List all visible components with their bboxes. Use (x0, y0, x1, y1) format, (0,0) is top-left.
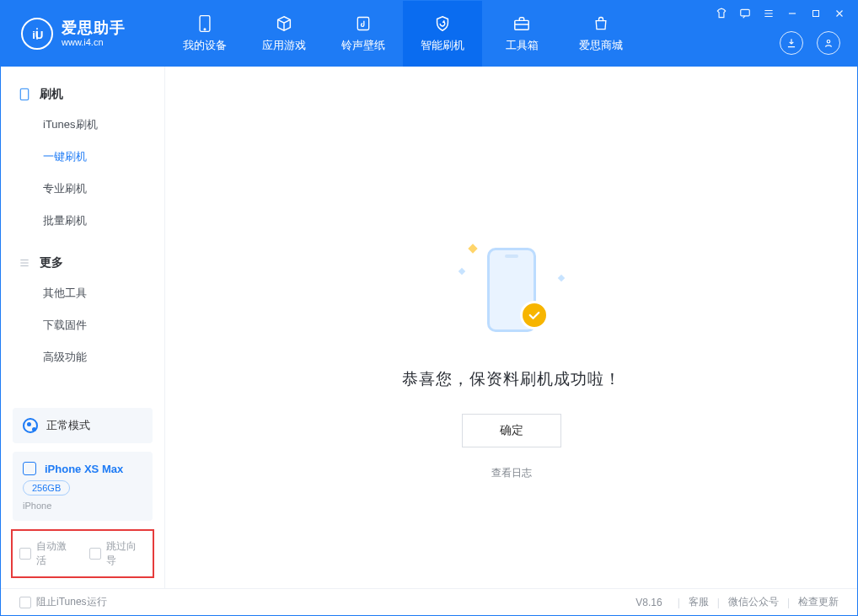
skin-icon[interactable] (716, 8, 727, 19)
footer-link-wechat[interactable]: 微信公众号 (728, 595, 779, 609)
option-auto-activate[interactable]: 自动激活 (19, 539, 76, 568)
sparkle-icon (458, 268, 464, 275)
sidebar-group-more: 更多 (1, 249, 164, 277)
shopping-bag-icon (592, 14, 610, 33)
sidebar-item-download-firmware[interactable]: 下载固件 (1, 309, 164, 341)
svg-point-7 (827, 40, 830, 44)
device-outline-icon (18, 88, 31, 101)
main-content: 恭喜您，保资料刷机成功啦！ 确定 查看日志 (165, 67, 857, 588)
checkbox-icon (89, 548, 101, 560)
svg-rect-6 (813, 11, 819, 17)
music-file-icon (354, 14, 373, 33)
sidebar-group-title: 更多 (40, 255, 63, 271)
option-label: 自动激活 (36, 539, 76, 568)
app-title: 爱思助手 (62, 19, 126, 37)
toolbox-icon (512, 14, 531, 33)
sidebar: 刷机 iTunes刷机 一键刷机 专业刷机 批量刷机 更多 其他工具 下载固件 … (1, 67, 165, 588)
sparkle-icon (468, 244, 477, 253)
svg-point-2 (204, 29, 206, 30)
user-icon[interactable] (817, 31, 840, 55)
tab-toolbox[interactable]: 工具箱 (482, 1, 561, 67)
sidebar-item-itunes-flash[interactable]: iTunes刷机 (1, 109, 164, 141)
success-message: 恭喜您，保资料刷机成功啦！ (402, 368, 621, 390)
option-label: 跳过向导 (106, 539, 146, 568)
option-skip-guide[interactable]: 跳过向导 (89, 539, 146, 568)
close-icon[interactable] (834, 8, 845, 19)
sidebar-group-title: 刷机 (40, 87, 63, 102)
device-name: iPhone XS Max (45, 463, 123, 475)
tab-smart-flash[interactable]: 智能刷机 (403, 1, 482, 67)
success-illustration (444, 235, 579, 345)
tab-ringtones-wallpapers[interactable]: 铃声壁纸 (324, 1, 403, 67)
footer: 阻止iTunes运行 V8.16 | 客服 | 微信公众号 | 检查更新 (1, 588, 857, 615)
logo-area: iU 爱思助手 www.i4.cn (1, 1, 165, 67)
device-type: iPhone (23, 501, 142, 511)
phone-icon (196, 14, 214, 33)
tab-apps-games[interactable]: 应用游戏 (244, 1, 324, 67)
tab-label: 工具箱 (506, 38, 539, 53)
device-card[interactable]: iPhone XS Max 256GB iPhone (13, 452, 153, 521)
ok-button[interactable]: 确定 (462, 414, 561, 447)
window-controls (716, 8, 845, 19)
view-log-link[interactable]: 查看日志 (491, 466, 532, 480)
device-icon (23, 462, 36, 475)
device-storage-badge: 256GB (23, 480, 70, 495)
tab-label: 应用游戏 (262, 38, 306, 53)
svg-rect-3 (357, 18, 368, 30)
tab-label: 我的设备 (183, 38, 227, 53)
check-badge-icon (520, 301, 549, 329)
svg-text:iU: iU (32, 29, 43, 41)
sidebar-item-other-tools[interactable]: 其他工具 (1, 277, 164, 309)
mode-indicator-icon (23, 418, 38, 433)
footer-block-itunes-label[interactable]: 阻止iTunes运行 (36, 595, 107, 609)
sparkle-icon (557, 275, 564, 281)
highlighted-options: 自动激活 跳过向导 (11, 529, 154, 578)
sidebar-item-batch-flash[interactable]: 批量刷机 (1, 205, 164, 237)
minimize-icon[interactable] (786, 8, 798, 19)
sidebar-group-flash: 刷机 (1, 80, 164, 109)
svg-rect-4 (515, 20, 528, 29)
svg-rect-8 (20, 88, 28, 99)
sidebar-item-pro-flash[interactable]: 专业刷机 (1, 173, 164, 205)
tab-my-device[interactable]: 我的设备 (165, 1, 244, 67)
app-subtitle: www.i4.cn (62, 37, 126, 48)
header-tabs: 我的设备 应用游戏 铃声壁纸 智能刷机 工具箱 爱思商城 (165, 1, 641, 67)
list-icon (18, 256, 31, 270)
app-logo-icon: iU (21, 18, 53, 50)
footer-link-check-update[interactable]: 检查更新 (798, 595, 839, 609)
feedback-icon[interactable] (739, 8, 751, 19)
version-label: V8.16 (635, 597, 662, 608)
svg-rect-5 (741, 9, 750, 16)
mode-label: 正常模式 (46, 418, 90, 433)
tab-label: 铃声壁纸 (341, 38, 385, 53)
checkbox-icon[interactable] (19, 597, 31, 608)
checkbox-icon (19, 548, 31, 560)
sidebar-item-advanced[interactable]: 高级功能 (1, 341, 164, 373)
maximize-icon[interactable] (810, 8, 822, 19)
tab-store[interactable]: 爱思商城 (561, 1, 641, 67)
header-right-icons (780, 31, 840, 55)
tab-label: 智能刷机 (421, 38, 464, 53)
mode-card[interactable]: 正常模式 (13, 408, 153, 443)
footer-link-support[interactable]: 客服 (689, 595, 709, 609)
menu-icon[interactable] (763, 8, 775, 19)
tab-label: 爱思商城 (579, 38, 623, 53)
sidebar-item-oneclick-flash[interactable]: 一键刷机 (1, 141, 164, 173)
cube-icon (275, 14, 293, 33)
app-header: iU 爱思助手 www.i4.cn 我的设备 应用游戏 铃声壁纸 智能刷机 工具… (1, 1, 857, 67)
shield-refresh-icon (433, 14, 452, 33)
download-icon[interactable] (780, 31, 803, 55)
